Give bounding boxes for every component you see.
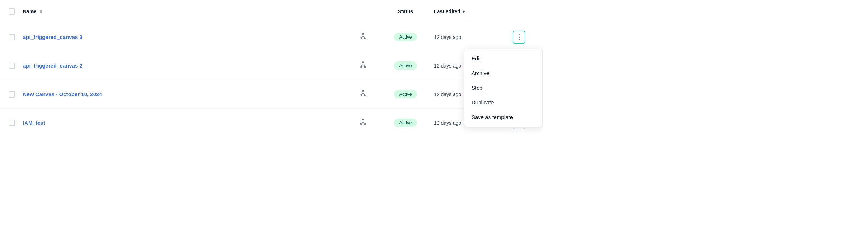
status-badge: Active — [394, 119, 417, 127]
svg-line-22 — [361, 122, 363, 124]
menu-item-stop[interactable]: Stop — [464, 80, 542, 95]
context-menu: Edit Archive Stop Duplicate Save as temp… — [464, 49, 542, 127]
table-header: Name ⇅ Status Last edited ▾ — [0, 0, 542, 23]
row-status-col: Active — [377, 33, 434, 41]
table-row: api_triggered_canvas 3 Active 12 days ag… — [0, 23, 542, 51]
svg-line-4 — [361, 36, 363, 38]
status-badge: Active — [394, 61, 417, 70]
canvas-name-link[interactable]: api_triggered_canvas 2 — [23, 63, 82, 69]
svg-line-11 — [363, 65, 365, 66]
menu-item-duplicate[interactable]: Duplicate — [464, 95, 542, 110]
menu-item-edit[interactable]: Edit — [464, 51, 542, 66]
svg-point-19 — [360, 124, 362, 125]
menu-item-save-as-template[interactable]: Save as template — [464, 110, 542, 124]
header-last-edited-col: Last edited ▾ — [434, 9, 513, 14]
row-icon-col — [359, 89, 377, 99]
row-status-col: Active — [377, 90, 434, 98]
svg-point-13 — [360, 95, 362, 96]
row-name-col: IAM_test — [23, 120, 359, 126]
row-name-col: api_triggered_canvas 2 — [23, 63, 359, 69]
row-checkbox-col — [9, 34, 23, 40]
svg-line-16 — [361, 93, 363, 95]
last-edited-column-header: Last edited — [434, 9, 460, 14]
row-icon-col — [359, 32, 377, 42]
row-name-col: api_triggered_canvas 3 — [23, 34, 359, 40]
network-icon — [359, 34, 367, 41]
last-edited-value: 12 days ago — [434, 120, 461, 126]
header-name-col: Name ⇅ — [23, 9, 377, 14]
canvas-table: Name ⇅ Status Last edited ▾ api_triggere… — [0, 0, 542, 137]
status-column-header: Status — [398, 9, 413, 14]
network-icon — [359, 91, 367, 99]
svg-line-10 — [361, 65, 363, 66]
last-edited-value: 12 days ago — [434, 91, 461, 97]
row-checkbox-col — [9, 63, 23, 69]
svg-line-17 — [363, 93, 365, 95]
svg-point-1 — [360, 38, 362, 39]
row-action-button[interactable]: ⋮ — [513, 31, 525, 44]
row-actions-col: ⋮ — [513, 31, 534, 44]
svg-line-5 — [363, 36, 365, 38]
row-checkbox-col — [9, 91, 23, 98]
row-icon-col — [359, 61, 377, 70]
svg-point-0 — [362, 33, 364, 35]
network-icon — [359, 120, 367, 127]
table-row: New Canvas - October 10, 2024 Active 12 … — [0, 80, 542, 109]
last-edited-value: 12 days ago — [434, 63, 461, 69]
row-icon-col — [359, 118, 377, 128]
canvas-name-link[interactable]: New Canvas - October 10, 2024 — [23, 91, 102, 97]
table-row: api_triggered_canvas 2 Active 12 days ag… — [0, 51, 542, 80]
svg-point-6 — [362, 62, 364, 63]
row-checkbox[interactable] — [9, 34, 15, 40]
row-checkbox[interactable] — [9, 91, 15, 98]
svg-point-12 — [362, 90, 364, 92]
svg-point-18 — [362, 119, 364, 120]
row-checkbox-col — [9, 120, 23, 126]
row-name-col: New Canvas - October 10, 2024 — [23, 91, 359, 97]
menu-item-archive[interactable]: Archive — [464, 66, 542, 80]
network-icon — [359, 63, 367, 70]
status-badge: Active — [394, 90, 417, 98]
header-status-col: Status — [377, 8, 434, 15]
svg-point-2 — [365, 38, 366, 39]
svg-point-7 — [360, 66, 362, 68]
row-last-edited-col: 12 days ago — [434, 34, 513, 40]
row-status-col: Active — [377, 119, 434, 127]
header-checkbox-col — [9, 8, 23, 15]
row-status-col: Active — [377, 61, 434, 70]
canvas-name-link[interactable]: IAM_test — [23, 120, 45, 126]
last-edited-sort-icon[interactable]: ▾ — [463, 9, 465, 14]
row-checkbox[interactable] — [9, 63, 15, 69]
svg-point-8 — [365, 66, 366, 68]
select-all-checkbox[interactable] — [9, 8, 15, 15]
status-badge: Active — [394, 33, 417, 41]
svg-point-14 — [365, 95, 366, 96]
name-column-header: Name — [23, 9, 36, 14]
table-row: IAM_test Active 12 days ago ⋮ — [0, 109, 542, 137]
svg-point-20 — [365, 124, 366, 125]
svg-line-23 — [363, 122, 365, 124]
row-checkbox[interactable] — [9, 120, 15, 126]
name-sort-icon[interactable]: ⇅ — [39, 9, 43, 14]
canvas-name-link[interactable]: api_triggered_canvas 3 — [23, 34, 82, 40]
last-edited-value: 12 days ago — [434, 34, 461, 40]
